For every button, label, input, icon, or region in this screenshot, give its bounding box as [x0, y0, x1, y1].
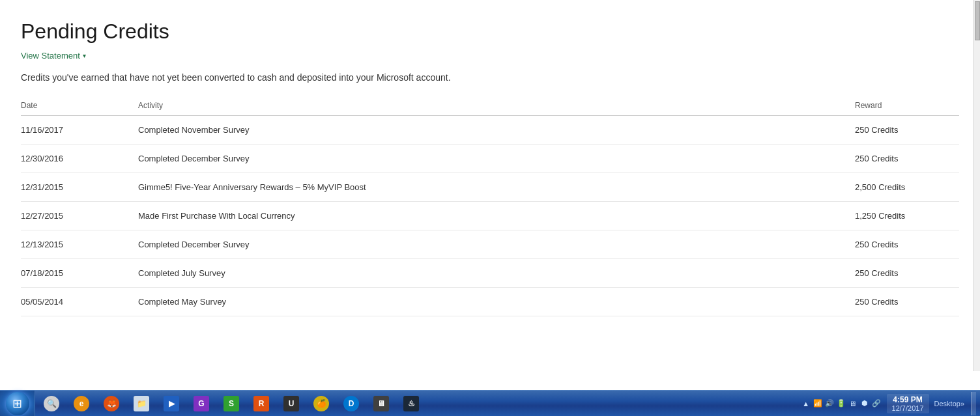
table-cell-activity: Gimme5! Five-Year Anniversary Rewards – …	[138, 173, 855, 202]
table-row: 12/30/2016Completed December Survey250 C…	[21, 145, 959, 173]
table-header-row: Date Activity Reward	[21, 97, 959, 116]
table-cell-date: 12/27/2015	[21, 202, 138, 230]
table-cell-date: 12/31/2015	[21, 173, 138, 202]
table-cell-reward: 250 Credits	[855, 230, 959, 259]
table-cell-activity: Completed December Survey	[138, 230, 855, 259]
table-cell-date: 07/18/2015	[21, 259, 138, 288]
credits-table: Date Activity Reward 11/16/2017Completed…	[21, 97, 959, 316]
table-row: 12/13/2015Completed December Survey250 C…	[21, 230, 959, 259]
table-cell-date: 11/16/2017	[21, 116, 138, 145]
chevron-down-icon: ▾	[83, 52, 86, 59]
view-statement-label: View Statement	[21, 51, 80, 61]
table-cell-reward: 1,250 Credits	[855, 202, 959, 230]
table-cell-reward: 250 Credits	[855, 288, 959, 316]
col-header-activity: Activity	[138, 97, 855, 116]
table-cell-date: 12/13/2015	[21, 230, 138, 259]
table-cell-activity: Completed May Survey	[138, 288, 855, 316]
table-row: 07/18/2015Completed July Survey250 Credi…	[21, 259, 959, 288]
table-cell-activity: Made First Purchase With Local Currency	[138, 202, 855, 230]
table-cell-reward: 250 Credits	[855, 145, 959, 173]
description-text: Credits you've earned that have not yet …	[21, 72, 959, 83]
table-cell-reward: 250 Credits	[855, 259, 959, 288]
table-cell-reward: 2,500 Credits	[855, 173, 959, 202]
col-header-date: Date	[21, 97, 138, 116]
table-row: 12/27/2015Made First Purchase With Local…	[21, 202, 959, 230]
main-content: Pending Credits View Statement ▾ Credits…	[0, 0, 980, 371]
table-cell-activity: Completed December Survey	[138, 145, 855, 173]
scrollbar-track[interactable]	[973, 0, 980, 371]
table-row: 11/16/2017Completed November Survey250 C…	[21, 116, 959, 145]
view-statement-link[interactable]: View Statement ▾	[21, 51, 86, 61]
table-cell-reward: 250 Credits	[855, 116, 959, 145]
table-cell-date: 05/05/2014	[21, 288, 138, 316]
scrollbar-thumb[interactable]	[975, 1, 980, 40]
table-cell-activity: Completed July Survey	[138, 259, 855, 288]
col-header-reward: Reward	[855, 97, 959, 116]
table-row: 05/05/2014Completed May Survey250 Credit…	[21, 288, 959, 316]
page-title: Pending Credits	[21, 20, 959, 44]
table-row: 12/31/2015Gimme5! Five-Year Anniversary …	[21, 173, 959, 202]
table-cell-date: 12/30/2016	[21, 145, 138, 173]
table-cell-activity: Completed November Survey	[138, 116, 855, 145]
